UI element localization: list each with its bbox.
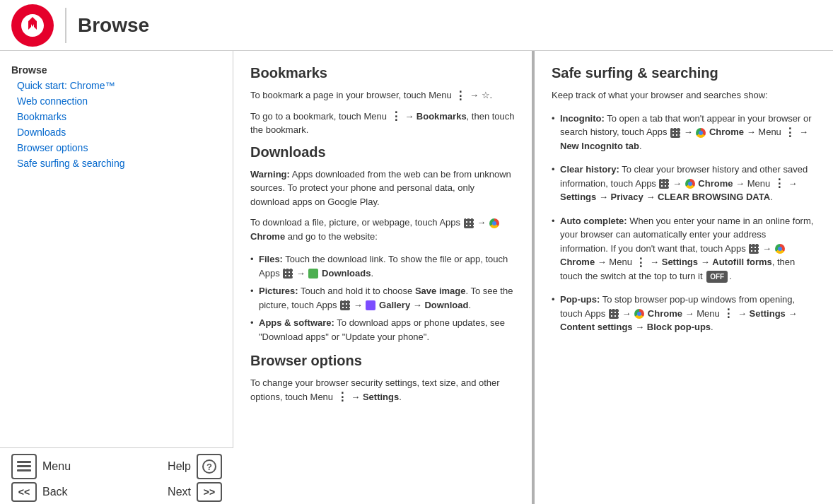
help-button[interactable]: Help ? — [168, 454, 222, 479]
apps-icon — [464, 218, 474, 228]
svg-rect-0 — [17, 461, 31, 463]
apps-icon-incognito — [670, 128, 680, 138]
safe-surfing-popups: Pop-ups: To stop browser pop-up windows … — [552, 291, 816, 336]
downloads-para1: To download a file, picture, or webpage,… — [250, 216, 515, 243]
downloads-pictures-item: Pictures: Touch and hold it to choose Sa… — [250, 282, 515, 314]
gallery-icon — [366, 300, 375, 310]
chrome-icon-popups — [634, 309, 644, 319]
pictures-label: Pictures: — [259, 286, 298, 296]
menu-dots-icon3: ⋮ — [337, 392, 348, 403]
svg-rect-1 — [17, 465, 31, 467]
downloads-files-item: Files: Touch the download link. To show … — [250, 250, 515, 282]
menu-icon — [11, 454, 37, 479]
header-divider — [65, 8, 66, 43]
safe-surfing-incognito: Incognito: To open a tab that won't appe… — [552, 110, 816, 156]
next-icon: >> — [197, 482, 222, 502]
bookmarks-para1: To bookmark a page in your browser, touc… — [250, 88, 515, 102]
sidebar-item-downloads[interactable]: Downloads — [11, 124, 221, 140]
chrome-icon-auto — [775, 244, 785, 254]
safe-surfing-intro: Keep track of what your browser and sear… — [552, 88, 816, 102]
page-title: Browse — [78, 14, 149, 37]
chrome-icon-clear — [685, 179, 695, 189]
apps-software-label: Apps & software: — [259, 317, 334, 328]
apps-icon-clear — [659, 179, 669, 189]
svg-text:?: ? — [206, 462, 212, 472]
header: Browse — [0, 0, 833, 51]
bookmarks-title: Bookmarks — [250, 65, 515, 81]
popups-label: Pop-ups: — [560, 294, 600, 305]
autocomplete-label: Auto complete: — [560, 216, 627, 226]
back-label: Back — [42, 486, 68, 498]
sidebar-item-quick-start[interactable]: Quick start: Chrome™ — [11, 78, 221, 93]
warning-label: Warning: — [250, 169, 290, 180]
downloads-title: Downloads — [250, 144, 515, 160]
next-button[interactable]: Next >> — [168, 482, 222, 502]
safe-surfing-autocomplete: Auto complete: When you enter your name … — [552, 212, 816, 286]
menu-dots-popups: ⋮ — [723, 308, 734, 320]
sidebar: Browse Quick start: Chrome™ Web connecti… — [0, 51, 233, 504]
clear-history-label: Clear history: — [560, 164, 619, 175]
content-area: Bookmarks To bookmark a page in your bro… — [233, 51, 833, 504]
help-icon: ? — [197, 454, 222, 479]
downloads-warning: Warning: Apps downloaded from the web ca… — [250, 168, 515, 209]
downloads-icon — [308, 269, 318, 279]
svg-rect-2 — [17, 469, 31, 471]
sidebar-item-browser-options[interactable]: Browser options — [11, 140, 221, 156]
menu-label: Menu — [42, 460, 71, 473]
apps-icon-popups — [609, 309, 619, 319]
downloads-apps-item: Apps & software: To download apps or pho… — [250, 314, 515, 346]
back-icon: << — [11, 482, 37, 502]
chrome-icon-incognito — [696, 128, 706, 138]
right-panel: Safe surfing & searching Keep track of w… — [535, 51, 833, 504]
menu-dots-auto: ⋮ — [635, 257, 646, 269]
bookmarks-para2: To go to a bookmark, touch Menu ⋮ → Book… — [250, 110, 515, 137]
apps-icon-auto — [749, 244, 759, 254]
menu-dots-icon2: ⋮ — [390, 111, 402, 122]
bottom-bar: Menu Help ? << Back Next >> — [0, 447, 233, 504]
sidebar-item-web-connection[interactable]: Web connection — [11, 93, 221, 109]
next-label: Next — [168, 486, 191, 498]
sidebar-item-bookmarks[interactable]: Bookmarks — [11, 109, 221, 124]
browser-options-title: Browser options — [250, 353, 515, 369]
menu-dots-clear: ⋮ — [774, 178, 785, 189]
menu-dots-icon: ⋮ — [455, 90, 466, 102]
browser-options-text: To change your browser security settings… — [250, 376, 515, 404]
off-badge: OFF — [706, 271, 728, 283]
safe-surfing-list: Incognito: To open a tab that won't appe… — [552, 110, 816, 336]
apps-icon2 — [283, 269, 293, 279]
help-label: Help — [168, 460, 191, 473]
menu-dots-incognito: ⋮ — [784, 127, 796, 139]
main-layout: Browse Quick start: Chrome™ Web connecti… — [0, 51, 833, 504]
motorola-logo — [11, 4, 54, 47]
safe-surfing-clear-history: Clear history: To clear your browser his… — [552, 160, 816, 206]
motorola-logo-icon — [18, 11, 47, 40]
apps-icon3 — [340, 300, 350, 310]
files-label: Files: — [259, 254, 283, 264]
sidebar-item-safe-surfing[interactable]: Safe surfing & searching — [11, 156, 221, 171]
sidebar-item-browse[interactable]: Browse — [11, 62, 221, 78]
chrome-icon — [489, 218, 499, 228]
back-button[interactable]: << Back — [11, 482, 115, 502]
safe-surfing-title: Safe surfing & searching — [552, 65, 816, 81]
sidebar-nav: Browse Quick start: Chrome™ Web connecti… — [0, 62, 233, 171]
downloads-list: Files: Touch the download link. To show … — [250, 250, 515, 346]
left-panel: Bookmarks To bookmark a page in your bro… — [233, 51, 535, 504]
incognito-label: Incognito: — [560, 113, 605, 124]
menu-button[interactable]: Menu — [11, 454, 115, 479]
